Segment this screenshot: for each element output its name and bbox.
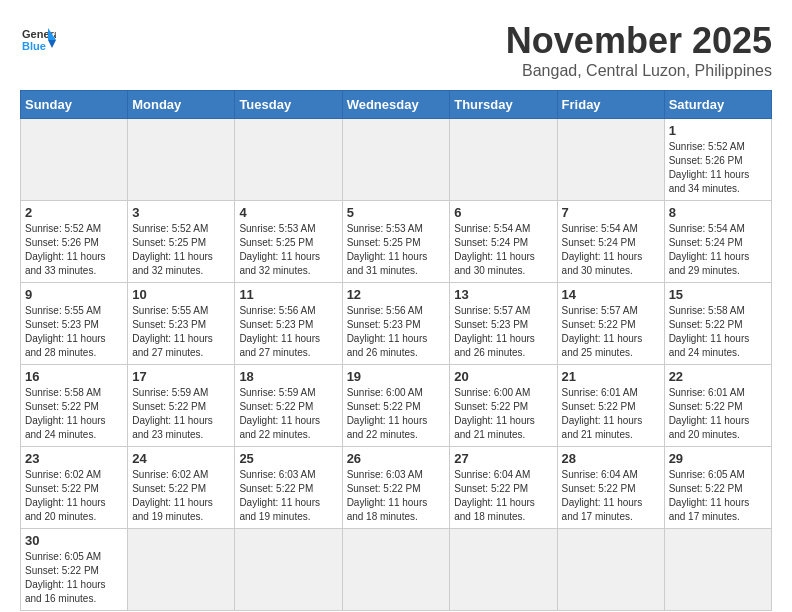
day-info: Sunrise: 6:05 AM Sunset: 5:22 PM Dayligh…	[25, 550, 123, 606]
calendar-cell	[235, 119, 342, 201]
calendar-week-5: 30Sunrise: 6:05 AM Sunset: 5:22 PM Dayli…	[21, 529, 772, 611]
day-info: Sunrise: 5:52 AM Sunset: 5:25 PM Dayligh…	[132, 222, 230, 278]
calendar-cell: 28Sunrise: 6:04 AM Sunset: 5:22 PM Dayli…	[557, 447, 664, 529]
day-number: 14	[562, 287, 660, 302]
calendar-cell: 18Sunrise: 5:59 AM Sunset: 5:22 PM Dayli…	[235, 365, 342, 447]
day-info: Sunrise: 5:55 AM Sunset: 5:23 PM Dayligh…	[25, 304, 123, 360]
day-info: Sunrise: 6:04 AM Sunset: 5:22 PM Dayligh…	[562, 468, 660, 524]
calendar-cell: 15Sunrise: 5:58 AM Sunset: 5:22 PM Dayli…	[664, 283, 771, 365]
calendar-cell: 1Sunrise: 5:52 AM Sunset: 5:26 PM Daylig…	[664, 119, 771, 201]
weekday-header-wednesday: Wednesday	[342, 91, 450, 119]
logo: General Blue	[20, 20, 56, 56]
day-info: Sunrise: 6:03 AM Sunset: 5:22 PM Dayligh…	[239, 468, 337, 524]
day-number: 1	[669, 123, 767, 138]
day-info: Sunrise: 5:55 AM Sunset: 5:23 PM Dayligh…	[132, 304, 230, 360]
day-info: Sunrise: 5:58 AM Sunset: 5:22 PM Dayligh…	[669, 304, 767, 360]
day-info: Sunrise: 5:52 AM Sunset: 5:26 PM Dayligh…	[25, 222, 123, 278]
day-number: 27	[454, 451, 552, 466]
day-number: 21	[562, 369, 660, 384]
calendar-cell: 2Sunrise: 5:52 AM Sunset: 5:26 PM Daylig…	[21, 201, 128, 283]
day-number: 11	[239, 287, 337, 302]
page-header: General Blue November 2025 Bangad, Centr…	[20, 20, 772, 80]
calendar-cell: 30Sunrise: 6:05 AM Sunset: 5:22 PM Dayli…	[21, 529, 128, 611]
day-info: Sunrise: 5:58 AM Sunset: 5:22 PM Dayligh…	[25, 386, 123, 442]
day-info: Sunrise: 6:02 AM Sunset: 5:22 PM Dayligh…	[132, 468, 230, 524]
day-info: Sunrise: 5:54 AM Sunset: 5:24 PM Dayligh…	[562, 222, 660, 278]
calendar-cell: 16Sunrise: 5:58 AM Sunset: 5:22 PM Dayli…	[21, 365, 128, 447]
day-number: 29	[669, 451, 767, 466]
calendar-cell: 8Sunrise: 5:54 AM Sunset: 5:24 PM Daylig…	[664, 201, 771, 283]
calendar-week-4: 23Sunrise: 6:02 AM Sunset: 5:22 PM Dayli…	[21, 447, 772, 529]
day-info: Sunrise: 6:01 AM Sunset: 5:22 PM Dayligh…	[669, 386, 767, 442]
day-number: 7	[562, 205, 660, 220]
calendar-cell: 9Sunrise: 5:55 AM Sunset: 5:23 PM Daylig…	[21, 283, 128, 365]
day-info: Sunrise: 6:00 AM Sunset: 5:22 PM Dayligh…	[347, 386, 446, 442]
calendar-cell	[235, 529, 342, 611]
day-info: Sunrise: 6:03 AM Sunset: 5:22 PM Dayligh…	[347, 468, 446, 524]
day-number: 18	[239, 369, 337, 384]
calendar-cell: 25Sunrise: 6:03 AM Sunset: 5:22 PM Dayli…	[235, 447, 342, 529]
day-info: Sunrise: 5:56 AM Sunset: 5:23 PM Dayligh…	[239, 304, 337, 360]
day-info: Sunrise: 5:57 AM Sunset: 5:22 PM Dayligh…	[562, 304, 660, 360]
day-number: 15	[669, 287, 767, 302]
calendar-week-0: 1Sunrise: 5:52 AM Sunset: 5:26 PM Daylig…	[21, 119, 772, 201]
day-info: Sunrise: 6:01 AM Sunset: 5:22 PM Dayligh…	[562, 386, 660, 442]
day-info: Sunrise: 5:59 AM Sunset: 5:22 PM Dayligh…	[132, 386, 230, 442]
calendar-cell: 4Sunrise: 5:53 AM Sunset: 5:25 PM Daylig…	[235, 201, 342, 283]
calendar-cell	[128, 119, 235, 201]
day-number: 30	[25, 533, 123, 548]
calendar-cell: 7Sunrise: 5:54 AM Sunset: 5:24 PM Daylig…	[557, 201, 664, 283]
svg-text:Blue: Blue	[22, 40, 46, 52]
calendar-cell	[664, 529, 771, 611]
weekday-header-sunday: Sunday	[21, 91, 128, 119]
day-number: 24	[132, 451, 230, 466]
day-info: Sunrise: 6:04 AM Sunset: 5:22 PM Dayligh…	[454, 468, 552, 524]
day-info: Sunrise: 5:54 AM Sunset: 5:24 PM Dayligh…	[669, 222, 767, 278]
calendar-cell	[21, 119, 128, 201]
day-number: 25	[239, 451, 337, 466]
calendar-cell: 14Sunrise: 5:57 AM Sunset: 5:22 PM Dayli…	[557, 283, 664, 365]
calendar-cell	[342, 119, 450, 201]
day-number: 13	[454, 287, 552, 302]
month-title: November 2025	[506, 20, 772, 62]
day-info: Sunrise: 5:52 AM Sunset: 5:26 PM Dayligh…	[669, 140, 767, 196]
calendar-cell: 29Sunrise: 6:05 AM Sunset: 5:22 PM Dayli…	[664, 447, 771, 529]
day-number: 8	[669, 205, 767, 220]
calendar-cell: 10Sunrise: 5:55 AM Sunset: 5:23 PM Dayli…	[128, 283, 235, 365]
day-info: Sunrise: 6:00 AM Sunset: 5:22 PM Dayligh…	[454, 386, 552, 442]
calendar-cell	[342, 529, 450, 611]
title-block: November 2025 Bangad, Central Luzon, Phi…	[506, 20, 772, 80]
calendar-cell: 6Sunrise: 5:54 AM Sunset: 5:24 PM Daylig…	[450, 201, 557, 283]
calendar-week-2: 9Sunrise: 5:55 AM Sunset: 5:23 PM Daylig…	[21, 283, 772, 365]
day-number: 16	[25, 369, 123, 384]
day-number: 10	[132, 287, 230, 302]
day-number: 3	[132, 205, 230, 220]
day-info: Sunrise: 6:05 AM Sunset: 5:22 PM Dayligh…	[669, 468, 767, 524]
day-number: 2	[25, 205, 123, 220]
calendar-cell: 20Sunrise: 6:00 AM Sunset: 5:22 PM Dayli…	[450, 365, 557, 447]
calendar-cell: 23Sunrise: 6:02 AM Sunset: 5:22 PM Dayli…	[21, 447, 128, 529]
day-info: Sunrise: 5:54 AM Sunset: 5:24 PM Dayligh…	[454, 222, 552, 278]
calendar-cell: 21Sunrise: 6:01 AM Sunset: 5:22 PM Dayli…	[557, 365, 664, 447]
calendar-week-1: 2Sunrise: 5:52 AM Sunset: 5:26 PM Daylig…	[21, 201, 772, 283]
weekday-header-row: SundayMondayTuesdayWednesdayThursdayFrid…	[21, 91, 772, 119]
calendar-cell: 3Sunrise: 5:52 AM Sunset: 5:25 PM Daylig…	[128, 201, 235, 283]
weekday-header-friday: Friday	[557, 91, 664, 119]
day-info: Sunrise: 5:53 AM Sunset: 5:25 PM Dayligh…	[347, 222, 446, 278]
day-number: 26	[347, 451, 446, 466]
day-number: 23	[25, 451, 123, 466]
day-info: Sunrise: 5:53 AM Sunset: 5:25 PM Dayligh…	[239, 222, 337, 278]
day-number: 20	[454, 369, 552, 384]
calendar-cell: 26Sunrise: 6:03 AM Sunset: 5:22 PM Dayli…	[342, 447, 450, 529]
day-number: 28	[562, 451, 660, 466]
calendar-cell	[128, 529, 235, 611]
weekday-header-thursday: Thursday	[450, 91, 557, 119]
calendar-cell: 11Sunrise: 5:56 AM Sunset: 5:23 PM Dayli…	[235, 283, 342, 365]
weekday-header-monday: Monday	[128, 91, 235, 119]
day-number: 5	[347, 205, 446, 220]
calendar-cell: 19Sunrise: 6:00 AM Sunset: 5:22 PM Dayli…	[342, 365, 450, 447]
calendar-table: SundayMondayTuesdayWednesdayThursdayFrid…	[20, 90, 772, 611]
svg-marker-3	[48, 40, 56, 48]
calendar-cell: 12Sunrise: 5:56 AM Sunset: 5:23 PM Dayli…	[342, 283, 450, 365]
location-title: Bangad, Central Luzon, Philippines	[506, 62, 772, 80]
